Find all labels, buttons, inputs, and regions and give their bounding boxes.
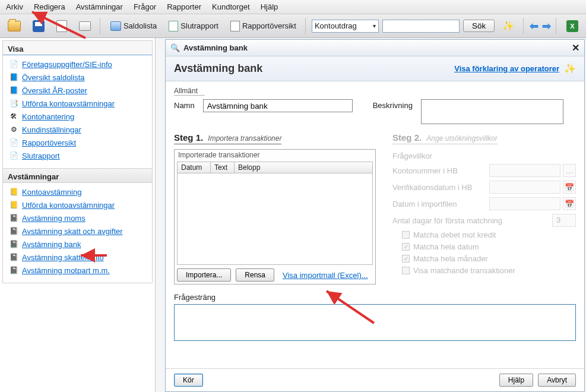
nav-avst-skattek[interactable]: 📓Avstämning skattekonto	[7, 251, 148, 264]
menu-arkiv[interactable]: Arkiv	[6, 2, 23, 11]
avbryt-button[interactable]: Avbryt	[538, 374, 576, 387]
step2-column: Steg 2. Ange utsökningsvillkor Frågevill…	[392, 132, 576, 284]
menu-redigera[interactable]: Redigera	[34, 2, 65, 11]
chk-label: Matcha debet mot kredit	[413, 230, 496, 239]
nav-back-button[interactable]: ⬅	[530, 20, 539, 33]
arrow-left-icon: ⬅	[530, 20, 539, 33]
nav-label: Företagsuppgifter/SIE-info	[22, 60, 112, 69]
toolbar-sep	[556, 18, 558, 34]
nav-saldolista[interactable]: 📘Översikt saldolista	[7, 71, 148, 84]
nav-avst-bank[interactable]: 📓Avstämning bank	[7, 238, 148, 251]
nav-avst-motpart[interactable]: 📓Avstämning motpart m.m.	[7, 264, 148, 277]
nav-rapport[interactable]: 📄Rapportöversikt	[7, 136, 148, 149]
menu-rapporter[interactable]: Rapporter	[167, 2, 201, 11]
hjalp-button[interactable]: Hjälp	[499, 374, 533, 387]
importera-button[interactable]: Importera...	[177, 268, 231, 282]
open-button[interactable]	[4, 19, 25, 33]
visa-header: Visa	[3, 41, 152, 55]
fragestrang-label: Frågesträng	[174, 293, 216, 302]
dialog-heading: Avstämning bank	[174, 62, 262, 75]
slutrapport-button[interactable]: Slutrapport	[164, 19, 223, 33]
beskrivning-input[interactable]	[421, 99, 563, 124]
nav-label: Kontoavstämning	[22, 188, 81, 197]
menubar: Arkiv Redigera Avstämningar Frågor Rappo…	[0, 0, 586, 14]
nav-konto[interactable]: 🛠Kontohantering	[7, 110, 148, 123]
wand-icon: ✨	[502, 20, 514, 31]
book-icon: 📓	[9, 213, 18, 223]
grid-body[interactable]	[177, 173, 373, 265]
nav-arposter[interactable]: 📘Översikt ÅR-poster	[7, 84, 148, 97]
saldolista-button[interactable]: Saldolista	[106, 20, 161, 33]
chk-hela-manader: ✓Matcha hela månader	[402, 254, 576, 263]
save-icon	[33, 20, 45, 32]
toolbar-sep	[100, 18, 102, 34]
rapportoversikt-button[interactable]: Rapportöversikt	[226, 19, 300, 33]
importdatum-input	[489, 197, 560, 210]
step1-num: Steg 1.	[174, 132, 203, 143]
namn-input[interactable]	[203, 99, 353, 112]
col-belopp: Belopp	[235, 162, 373, 173]
nav-label: Utförda kontoavstämningar	[22, 201, 115, 210]
nav-label: Utförda kontoavstämningar	[22, 99, 115, 108]
fragevillkor-label: Frågevillkor	[392, 151, 576, 160]
f2-label: Verifikationsdatum i HB	[392, 183, 472, 192]
nav-slutrapport[interactable]: 📄Slutrapport	[7, 149, 148, 162]
sok-button[interactable]: Sök	[463, 20, 495, 32]
step2-title: Steg 2. Ange utsökningsvillkor	[392, 132, 498, 144]
nav-label: Avstämning moms	[22, 214, 85, 223]
step1-column: Steg 1. Importera transaktioner Importer…	[174, 132, 376, 284]
link-importmall[interactable]: Visa importmall (Excel)...	[283, 271, 368, 280]
report-check-icon	[169, 21, 178, 31]
report-icon: 📄	[9, 151, 18, 160]
verifdatum-input	[489, 181, 560, 194]
book-icon: 📓	[9, 226, 18, 236]
combo-value: Kontoutdrag	[315, 21, 357, 30]
menu-avstamningar[interactable]: Avstämningar	[76, 2, 123, 11]
menu-hjalp[interactable]: Hjälp	[261, 2, 278, 11]
folder-icon	[8, 21, 21, 31]
doc-icon: 📄	[9, 59, 18, 69]
dialog-title: Avstämning bank	[183, 43, 248, 52]
rensa-button[interactable]: Rensa	[236, 268, 274, 282]
chk-visa-match: Visa matchande transaktioner	[402, 266, 576, 275]
f1-label: Kontonummer i HB	[392, 166, 458, 175]
print-button[interactable]	[75, 20, 95, 33]
gear-icon: ⚙	[9, 125, 18, 134]
step1-title: Steg 1. Importera transaktioner	[174, 132, 281, 144]
menu-kundtorget[interactable]: Kundtorget	[212, 2, 250, 11]
namn-label: Namn	[174, 99, 195, 110]
wand-button[interactable]: ✨	[498, 18, 518, 33]
chk-debet-kredit: Matcha debet mot kredit	[402, 230, 576, 239]
list-icon: 📘	[9, 86, 18, 95]
search-input[interactable]	[382, 20, 460, 33]
nav-avst-skatt[interactable]: 📓Avstämning skatt och avgifter	[7, 225, 148, 238]
close-icon[interactable]: ✕	[572, 42, 579, 53]
link-operatorer[interactable]: Visa förklaring av operatorer	[454, 64, 559, 73]
beskrivning-label: Beskrivning	[373, 99, 413, 110]
nav-label: Avstämning skattekonto	[22, 253, 104, 262]
nav-kundinst[interactable]: ⚙Kundinställningar	[7, 123, 148, 136]
nav-utforda[interactable]: 📑Utförda kontoavstämningar	[7, 97, 148, 110]
f4-label: Antal dagar för första matchning	[392, 216, 502, 225]
nav-kontoavst[interactable]: 📒Kontoavstämning	[7, 185, 148, 198]
nav-fwd-button[interactable]: ➡	[542, 20, 551, 33]
combo-kontoutdrag[interactable]: Kontoutdrag ▾	[312, 20, 379, 33]
excel-button[interactable]: X	[562, 18, 582, 34]
kor-button[interactable]: Kör	[174, 374, 203, 387]
save-button[interactable]	[28, 18, 49, 34]
col-datum: Datum	[178, 162, 211, 173]
nav-label: Avstämning skatt och avgifter	[22, 227, 123, 236]
book-icon	[110, 21, 121, 31]
tools-icon: 🛠	[9, 112, 18, 121]
kontonummer-input	[489, 164, 560, 177]
nav-label: Kundinställningar	[22, 125, 81, 134]
nav-foretag[interactable]: 📄Företagsuppgifter/SIE-info	[7, 58, 148, 71]
calendar-icon: 📅	[563, 197, 576, 210]
nav-label: Kontohantering	[22, 112, 74, 121]
page-button[interactable]	[52, 18, 71, 34]
fragestrang-input[interactable]	[174, 304, 576, 341]
nav-avst-moms[interactable]: 📓Avstämning moms	[7, 211, 148, 225]
chk-label: Matcha hela månader	[413, 254, 488, 263]
menu-fragor[interactable]: Frågor	[134, 2, 156, 11]
nav-utforda2[interactable]: 📒Utförda kontoavstämningar	[7, 198, 148, 211]
